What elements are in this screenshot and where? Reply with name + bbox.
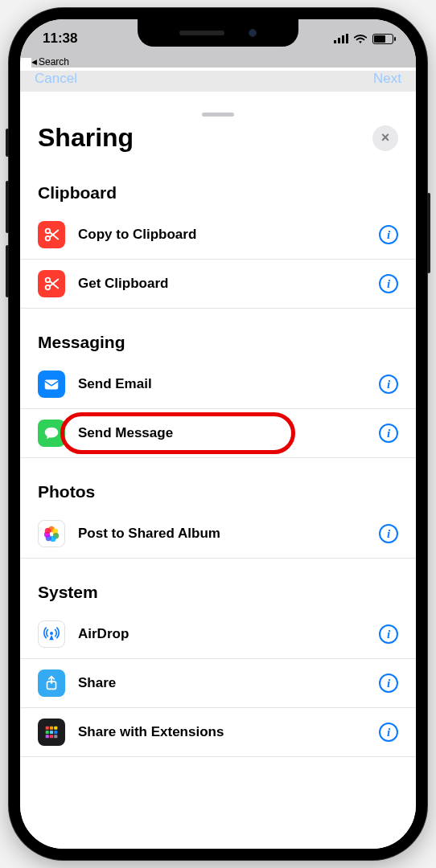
- back-breadcrumb[interactable]: Search: [31, 56, 416, 68]
- svg-rect-25: [46, 735, 49, 738]
- svg-point-16: [50, 632, 53, 635]
- close-button[interactable]: ×: [372, 125, 398, 151]
- status-indicators: [334, 34, 393, 44]
- row-send-message[interactable]: Send Message i: [20, 409, 416, 458]
- svg-point-15: [45, 528, 51, 534]
- scissors-icon: [38, 221, 65, 248]
- battery-icon: [372, 34, 393, 44]
- row-post-shared-album[interactable]: Post to Shared Album i: [20, 510, 416, 559]
- sheet-title: Sharing: [38, 123, 134, 153]
- section-header-clipboard: Clipboard: [20, 170, 416, 211]
- info-button[interactable]: i: [379, 375, 398, 394]
- section-header-system: System: [20, 559, 416, 610]
- extensions-grid-icon: [38, 719, 65, 746]
- airdrop-icon: [38, 620, 65, 648]
- info-icon: i: [387, 726, 390, 739]
- info-icon: i: [387, 277, 390, 291]
- back-breadcrumb-label: Search: [39, 56, 69, 68]
- cellular-signal-icon: [334, 34, 348, 43]
- screen: 11:38 Search Cancel Next: [20, 19, 416, 849]
- nav-next: Next: [373, 71, 401, 92]
- svg-rect-20: [50, 727, 53, 730]
- share-icon: [38, 669, 65, 697]
- svg-rect-8: [45, 380, 59, 390]
- power-button: [427, 193, 430, 273]
- notch: [138, 19, 298, 47]
- info-icon: i: [387, 228, 390, 242]
- info-icon: i: [387, 677, 390, 690]
- mute-switch: [6, 129, 9, 157]
- svg-rect-26: [50, 735, 53, 738]
- row-label: Get Clipboard: [78, 276, 366, 292]
- row-share[interactable]: Share i: [20, 659, 416, 708]
- sheet-grabber[interactable]: [202, 113, 234, 117]
- scissors-icon: [38, 270, 65, 297]
- row-label: Copy to Clipboard: [78, 227, 366, 243]
- row-get-clipboard[interactable]: Get Clipboard i: [20, 260, 416, 309]
- mail-icon: [38, 371, 65, 398]
- row-label: AirDrop: [78, 626, 366, 642]
- section-header-messaging: Messaging: [20, 309, 416, 360]
- row-share-extensions[interactable]: Share with Extensions i: [20, 708, 416, 757]
- row-airdrop[interactable]: AirDrop i: [20, 610, 416, 659]
- background-nav: Cancel Next: [20, 71, 416, 92]
- svg-rect-19: [46, 727, 49, 730]
- info-button[interactable]: i: [379, 524, 398, 543]
- svg-rect-22: [46, 731, 49, 734]
- sharing-sheet: Sharing × Clipboard Copy to Clipboard: [20, 103, 416, 849]
- message-icon: [38, 420, 65, 447]
- row-label: Send Email: [78, 376, 366, 392]
- row-label: Share: [78, 675, 366, 691]
- info-button[interactable]: i: [379, 225, 398, 244]
- info-icon: i: [387, 378, 390, 391]
- svg-rect-24: [54, 731, 57, 734]
- speaker-grille: [179, 31, 224, 35]
- status-time: 11:38: [43, 31, 77, 47]
- svg-rect-23: [50, 731, 53, 734]
- info-icon: i: [387, 628, 390, 641]
- svg-rect-27: [54, 735, 57, 738]
- row-copy-to-clipboard[interactable]: Copy to Clipboard i: [20, 211, 416, 260]
- info-icon: i: [387, 427, 390, 440]
- front-camera: [249, 29, 257, 37]
- nav-cancel: Cancel: [35, 71, 77, 92]
- info-icon: i: [387, 527, 390, 541]
- row-label: Send Message: [78, 425, 366, 441]
- close-icon: ×: [381, 129, 390, 146]
- phone-frame: 11:38 Search Cancel Next: [9, 8, 427, 860]
- row-label: Share with Extensions: [78, 724, 366, 740]
- svg-rect-21: [54, 727, 57, 730]
- info-button[interactable]: i: [379, 723, 398, 742]
- info-button[interactable]: i: [379, 674, 398, 693]
- sheet-header: Sharing ×: [20, 121, 416, 170]
- volume-up-button: [6, 181, 9, 233]
- wifi-icon: [353, 34, 368, 44]
- photos-icon: [38, 520, 65, 547]
- info-button[interactable]: i: [379, 274, 398, 293]
- section-header-photos: Photos: [20, 458, 416, 510]
- info-button[interactable]: i: [379, 624, 398, 644]
- row-label: Post to Shared Album: [78, 526, 366, 542]
- row-send-email[interactable]: Send Email i: [20, 360, 416, 409]
- info-button[interactable]: i: [379, 424, 398, 443]
- volume-down-button: [6, 245, 9, 297]
